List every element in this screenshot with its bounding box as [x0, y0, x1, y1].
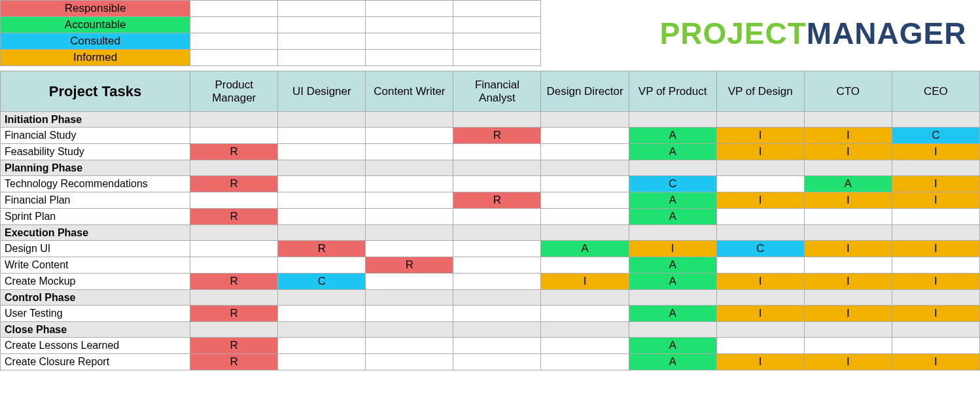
raci-cell — [716, 176, 804, 192]
raci-cell: A — [629, 192, 716, 209]
raci-cell: R — [190, 306, 278, 322]
task-name: Sprint Plan — [1, 209, 190, 225]
raci-cell — [453, 209, 541, 225]
raci-cell: I — [716, 274, 804, 290]
raci-cell — [541, 192, 629, 209]
task-row: Financial PlanRAIII — [1, 192, 980, 209]
raci-cell — [366, 306, 453, 322]
task-row: Sprint PlanRA — [1, 209, 980, 225]
task-name: Technology Recommendations — [1, 176, 190, 192]
raci-cell — [804, 338, 892, 354]
raci-cell: I — [804, 354, 892, 370]
raci-cell — [366, 192, 453, 209]
raci-cell — [716, 257, 804, 274]
raci-cell: I — [716, 354, 804, 370]
raci-cell — [541, 144, 629, 160]
raci-cell: I — [892, 176, 979, 192]
legend-responsible: Responsible — [1, 1, 190, 17]
raci-cell — [278, 338, 366, 354]
legend-accountable: Accountable — [1, 17, 190, 33]
raci-cell — [453, 354, 541, 370]
raci-cell: C — [892, 128, 979, 144]
raci-cell — [541, 338, 629, 354]
task-name: Financial Study — [1, 128, 190, 144]
raci-cell: I — [892, 354, 979, 370]
header-row: Project Tasks Product Manager UI Designe… — [1, 71, 980, 112]
phase-row: Initiation Phase — [1, 112, 980, 128]
phase-name: Initiation Phase — [1, 112, 190, 128]
raci-cell — [541, 354, 629, 370]
raci-cell: I — [804, 128, 892, 144]
logo-part2: MANAGER — [807, 16, 967, 50]
header-role-4: Design Director — [541, 71, 629, 112]
phase-name: Close Phase — [1, 322, 190, 338]
raci-cell: I — [892, 306, 979, 322]
raci-cell — [892, 209, 979, 225]
raci-cell: I — [541, 274, 629, 290]
raci-cell — [716, 338, 804, 354]
raci-cell — [278, 354, 366, 370]
raci-cell: A — [804, 176, 892, 192]
task-name: Write Content — [1, 257, 190, 274]
legend-consulted: Consulted — [1, 33, 190, 50]
raci-cell: R — [453, 192, 541, 209]
raci-cell — [278, 306, 366, 322]
phase-name: Control Phase — [1, 290, 190, 306]
raci-cell — [278, 144, 366, 160]
raci-cell: A — [629, 257, 716, 274]
raci-cell — [541, 176, 629, 192]
raci-cell: I — [804, 241, 892, 257]
raci-cell — [541, 306, 629, 322]
raci-cell — [541, 257, 629, 274]
header-tasks: Project Tasks — [1, 71, 190, 112]
raci-cell: I — [716, 306, 804, 322]
raci-cell: I — [716, 128, 804, 144]
raci-cell — [804, 257, 892, 274]
header-role-8: CEO — [892, 71, 979, 112]
raci-cell — [366, 354, 453, 370]
raci-cell — [892, 338, 979, 354]
raci-cell — [716, 209, 804, 225]
header-role-6: VP of Design — [716, 71, 804, 112]
task-row: Feasability StudyRAIII — [1, 144, 980, 160]
raci-cell — [804, 209, 892, 225]
raci-cell: A — [629, 338, 716, 354]
raci-cell: I — [716, 144, 804, 160]
task-name: Financial Plan — [1, 192, 190, 209]
raci-cell: R — [190, 354, 278, 370]
raci-cell: A — [629, 144, 716, 160]
raci-cell — [278, 209, 366, 225]
task-row: Design UIRAICII — [1, 241, 980, 257]
task-name: Create Closure Report — [1, 354, 190, 370]
task-row: User TestingRAIII — [1, 306, 980, 322]
task-name: User Testing — [1, 306, 190, 322]
raci-cell — [453, 306, 541, 322]
raci-cell: I — [804, 144, 892, 160]
header-role-5: VP of Product — [629, 71, 716, 112]
raci-cell: C — [278, 274, 366, 290]
raci-cell: I — [892, 274, 979, 290]
raci-cell: A — [629, 306, 716, 322]
raci-cell — [190, 241, 278, 257]
raci-cell: R — [190, 144, 278, 160]
raci-cell: I — [716, 192, 804, 209]
logo-part1: PROJECT — [660, 16, 807, 50]
raci-table: Responsible PROJECTMANAGER Accountable C… — [0, 0, 980, 370]
raci-cell — [278, 128, 366, 144]
raci-cell: I — [629, 241, 716, 257]
header-role-7: CTO — [804, 71, 892, 112]
raci-cell — [892, 257, 979, 274]
raci-cell — [190, 192, 278, 209]
raci-cell — [453, 144, 541, 160]
raci-cell — [541, 128, 629, 144]
header-role-2: Content Writer — [366, 71, 453, 112]
raci-cell: R — [190, 209, 278, 225]
raci-cell — [366, 144, 453, 160]
raci-cell: A — [629, 274, 716, 290]
raci-cell: I — [892, 144, 979, 160]
header-role-3: Financial Analyst — [453, 71, 541, 112]
raci-cell: C — [629, 176, 716, 192]
raci-cell — [278, 176, 366, 192]
phase-row: Planning Phase — [1, 160, 980, 176]
task-name: Design UI — [1, 241, 190, 257]
